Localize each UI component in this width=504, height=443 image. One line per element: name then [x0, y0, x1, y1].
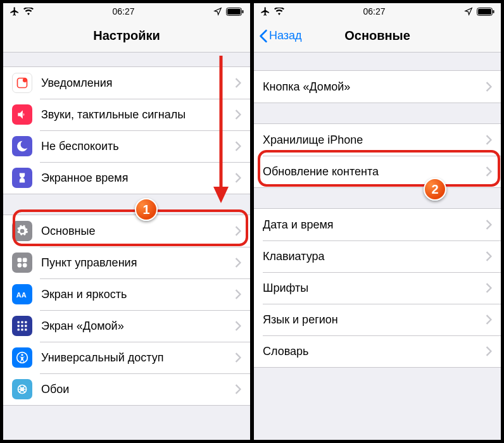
- row-label: Основные: [41, 225, 235, 238]
- svg-rect-24: [478, 9, 491, 15]
- row-label: Дата и время: [263, 218, 486, 232]
- row-notifications[interactable]: Уведомления: [3, 67, 250, 99]
- row-label: Язык и регион: [263, 313, 486, 327]
- svg-rect-13: [18, 325, 20, 327]
- svg-point-7: [18, 263, 22, 268]
- page-title: Основные: [344, 28, 410, 43]
- svg-rect-18: [25, 328, 27, 330]
- accessibility-icon: [12, 347, 32, 368]
- chevron-right-icon: [235, 226, 241, 236]
- chevron-right-icon: [235, 353, 241, 363]
- row-control-center[interactable]: Пункт управления: [3, 247, 250, 278]
- phone-left: 06:27 Настройки Уведомления: [2, 2, 251, 441]
- chevron-right-icon: [235, 141, 241, 151]
- general-list[interactable]: Кнопка «Домой» Хранилище iPhone Обновлен…: [254, 53, 501, 440]
- row-dictionary[interactable]: Словарь: [254, 335, 501, 367]
- dnd-icon: [12, 136, 32, 156]
- row-date-time[interactable]: Дата и время: [254, 209, 501, 240]
- display-icon: AA: [12, 284, 32, 304]
- settings-group: Дата и время Клавиатура Шрифты Язык и ре…: [254, 208, 501, 368]
- battery-icon: [477, 8, 495, 16]
- svg-rect-10: [18, 321, 20, 323]
- svg-rect-14: [21, 325, 23, 327]
- row-dnd[interactable]: Не беспокоить: [3, 130, 250, 162]
- settings-group: Кнопка «Домой»: [254, 70, 501, 103]
- row-label: Шрифты: [263, 282, 486, 295]
- svg-rect-2: [242, 10, 243, 13]
- chevron-right-icon: [486, 220, 492, 230]
- row-label: Обои: [41, 383, 235, 396]
- svg-rect-5: [18, 258, 22, 263]
- chevron-right-icon: [486, 283, 492, 293]
- chevron-right-icon: [235, 384, 241, 394]
- chevron-right-icon: [486, 166, 492, 177]
- row-label: Хранилище iPhone: [263, 134, 486, 147]
- row-language-region[interactable]: Язык и регион: [254, 304, 501, 335]
- settings-group: Уведомления Звуки, тактильные сигналы Не…: [3, 66, 250, 194]
- svg-rect-1: [227, 9, 241, 15]
- general-icon: [12, 221, 32, 241]
- row-wallpaper[interactable]: Обои: [3, 373, 250, 405]
- svg-point-8: [23, 263, 27, 268]
- status-time: 06:27: [112, 6, 134, 16]
- row-label: Уведомления: [41, 77, 235, 90]
- svg-rect-15: [25, 325, 27, 327]
- navbar: Назад Основные: [254, 20, 501, 53]
- row-label: Экран и яркость: [41, 288, 235, 301]
- chevron-right-icon: [486, 315, 492, 325]
- row-home-button[interactable]: Кнопка «Домой»: [254, 71, 501, 103]
- row-iphone-storage[interactable]: Хранилище iPhone: [254, 124, 501, 156]
- row-keyboard[interactable]: Клавиатура: [254, 240, 501, 272]
- status-bar: 06:27: [254, 3, 501, 20]
- row-label: Звуки, тактильные сигналы: [41, 108, 235, 122]
- svg-rect-16: [18, 328, 20, 330]
- row-screentime[interactable]: Экранное время: [3, 162, 250, 194]
- back-label: Назад: [269, 29, 302, 42]
- svg-text:AA: AA: [16, 291, 27, 299]
- wifi-icon: [23, 8, 34, 15]
- control-center-icon: [12, 253, 32, 273]
- chevron-right-icon: [486, 82, 492, 92]
- row-label: Экранное время: [41, 172, 235, 185]
- row-background-refresh[interactable]: Обновление контента: [254, 156, 501, 187]
- svg-rect-17: [21, 328, 23, 330]
- row-accessibility[interactable]: Универсальный доступ: [3, 342, 250, 373]
- chevron-right-icon: [235, 173, 241, 183]
- notifications-icon: [12, 73, 32, 93]
- location-icon: [213, 7, 222, 16]
- svg-rect-25: [493, 10, 494, 13]
- phone-right: 06:27 Назад Основные Кнопка «Домой»: [253, 2, 502, 441]
- chevron-right-icon: [235, 109, 241, 120]
- sounds-icon: [12, 104, 32, 125]
- chevron-right-icon: [235, 258, 241, 268]
- svg-rect-11: [21, 321, 23, 323]
- settings-list[interactable]: Уведомления Звуки, тактильные сигналы Не…: [3, 53, 250, 440]
- chevron-right-icon: [235, 78, 241, 88]
- svg-point-4: [23, 78, 27, 83]
- page-title: Настройки: [93, 28, 160, 43]
- svg-rect-12: [25, 321, 27, 323]
- row-label: Пункт управления: [41, 256, 235, 270]
- composite-screenshot: 06:27 Настройки Уведомления: [0, 0, 504, 443]
- row-display[interactable]: AA Экран и яркость: [3, 278, 250, 310]
- row-homescreen[interactable]: Экран «Домой»: [3, 310, 250, 342]
- status-time: 06:27: [363, 6, 385, 16]
- status-bar: 06:27: [3, 3, 250, 20]
- row-label: Словарь: [263, 345, 486, 358]
- battery-icon: [226, 8, 244, 16]
- chevron-left-icon: [259, 29, 268, 43]
- airplane-icon: [260, 6, 270, 16]
- row-fonts[interactable]: Шрифты: [254, 272, 501, 304]
- navbar: Настройки: [3, 20, 250, 53]
- back-button[interactable]: Назад: [259, 20, 302, 52]
- chevron-right-icon: [486, 251, 492, 261]
- row-sounds[interactable]: Звуки, тактильные сигналы: [3, 99, 250, 130]
- row-label: Экран «Домой»: [41, 320, 235, 333]
- location-icon: [464, 7, 473, 16]
- chevron-right-icon: [235, 321, 241, 331]
- row-label: Кнопка «Домой»: [263, 80, 486, 94]
- row-label: Клавиатура: [263, 250, 486, 263]
- wallpaper-icon: [12, 379, 32, 399]
- chevron-right-icon: [235, 289, 241, 299]
- row-general[interactable]: Основные: [3, 215, 250, 247]
